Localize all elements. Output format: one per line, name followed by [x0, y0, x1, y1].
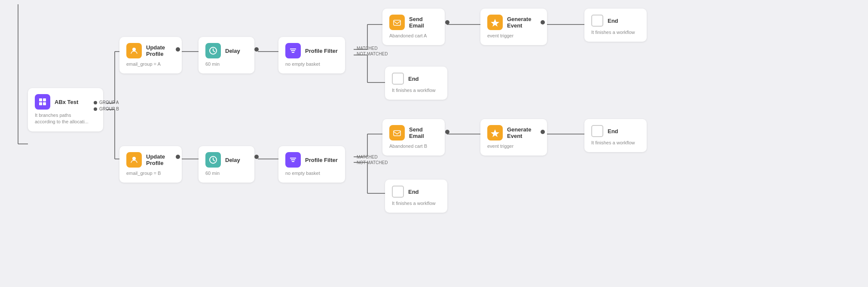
profile-filter-b-title: Profile Filter	[305, 157, 338, 163]
update-profile-a-icon	[126, 43, 142, 58]
update-profile-b-node[interactable]: Update Profile email_group = B	[119, 146, 182, 183]
send-email-a-node[interactable]: Send Email Abandoned cart A	[382, 9, 445, 45]
profile-filter-b-icon	[285, 152, 301, 168]
generate-event-a-title: Generate Event	[507, 16, 540, 29]
abx-title: ABx Test	[55, 99, 78, 105]
end-not-matched-a-subtitle: It finishes a workflow	[392, 87, 440, 94]
generate-event-b-node[interactable]: Generate Event event trigger	[480, 119, 547, 156]
end-not-matched-b-node[interactable]: End It finishes a workflow	[385, 180, 447, 213]
update-profile-a-subtitle: email_group = A	[126, 61, 175, 67]
end-b-title: End	[608, 128, 618, 134]
profile-filter-a-subtitle: no empty basket	[285, 61, 338, 67]
send-email-a-title: Send Email	[409, 16, 438, 29]
send-email-a-icon	[389, 15, 405, 30]
svg-line-44	[213, 160, 215, 161]
end-a-subtitle: It finishes a workflow	[591, 29, 640, 36]
svg-rect-30	[39, 102, 42, 105]
group-a-label: GROUP A	[94, 100, 119, 105]
generate-event-a-node[interactable]: Generate Event event trigger	[480, 9, 547, 45]
profile-filter-a-title: Profile Filter	[305, 48, 338, 54]
delay-b-node[interactable]: Delay 60 min	[199, 146, 254, 183]
svg-marker-40	[491, 19, 499, 27]
svg-line-35	[213, 51, 215, 52]
send-email-a-subtitle: Abandoned cart A	[389, 33, 438, 39]
delay-a-node[interactable]: Delay 60 min	[199, 37, 254, 73]
svg-rect-31	[43, 102, 46, 105]
abx-subtitle: It branches pathsaccording to the alloca…	[35, 112, 96, 125]
delay-a-subtitle: 60 min	[205, 61, 248, 67]
svg-rect-29	[43, 98, 46, 101]
delay-a-title: Delay	[225, 48, 240, 54]
connector-dot-up-b	[176, 155, 180, 159]
svg-marker-49	[491, 129, 499, 137]
update-profile-a-title: Update Profile	[146, 44, 175, 57]
delay-b-icon	[205, 152, 221, 168]
delay-b-title: Delay	[225, 157, 240, 163]
send-email-b-icon	[389, 125, 405, 140]
svg-point-32	[132, 48, 136, 51]
end-b-node[interactable]: End It finishes a workflow	[584, 119, 647, 152]
send-email-b-title: Send Email	[409, 126, 438, 139]
svg-point-41	[132, 157, 136, 160]
connector-dot-up-a	[176, 47, 180, 52]
end-not-matched-a-title: End	[408, 76, 419, 82]
abx-test-node[interactable]: ABx Test It branches pathsaccording to t…	[28, 88, 103, 131]
matched-a-label: MATCHED	[357, 46, 378, 51]
update-profile-b-title: Update Profile	[146, 153, 175, 166]
generate-event-a-icon	[487, 15, 503, 30]
update-profile-b-subtitle: email_group = B	[126, 170, 175, 177]
update-profile-a-node[interactable]: Update Profile email_group = A	[119, 37, 182, 73]
svg-rect-48	[394, 131, 400, 136]
profile-filter-a-node[interactable]: Profile Filter no empty basket	[278, 37, 345, 73]
not-matched-b-label: NOT MATCHED	[357, 160, 388, 165]
end-b-icon	[591, 125, 603, 137]
connector-dot-send-b	[445, 130, 449, 134]
end-not-matched-b-subtitle: It finishes a workflow	[392, 200, 440, 207]
send-email-b-subtitle: Abandoned cart B	[389, 143, 438, 150]
svg-rect-39	[394, 20, 400, 25]
update-profile-b-icon	[126, 152, 142, 168]
connector-dot-send-a	[445, 20, 449, 24]
not-matched-a-label: NOT MATCHED	[357, 52, 388, 56]
end-not-matched-b-title: End	[408, 189, 419, 195]
svg-rect-28	[39, 98, 42, 101]
generate-event-b-subtitle: event trigger	[487, 143, 540, 150]
group-b-label: GROUP B	[94, 107, 119, 111]
connector-dot-delay-a	[254, 47, 259, 52]
connector-dot-delay-b	[254, 155, 259, 159]
delay-a-icon	[205, 43, 221, 58]
end-not-matched-a-icon	[392, 73, 404, 85]
generate-event-a-subtitle: event trigger	[487, 33, 540, 39]
end-a-node[interactable]: End It finishes a workflow	[584, 9, 647, 42]
generate-event-b-icon	[487, 125, 503, 140]
generate-event-b-title: Generate Event	[507, 126, 540, 139]
matched-b-label: MATCHED	[357, 155, 378, 159]
send-email-b-node[interactable]: Send Email Abandoned cart B	[382, 119, 445, 156]
profile-filter-b-subtitle: no empty basket	[285, 170, 338, 177]
end-a-title: End	[608, 18, 618, 24]
profile-filter-a-icon	[285, 43, 301, 58]
end-not-matched-b-icon	[392, 186, 404, 198]
profile-filter-b-node[interactable]: Profile Filter no empty basket	[278, 146, 345, 183]
connector-dot-gen-a	[541, 20, 545, 24]
end-b-subtitle: It finishes a workflow	[591, 140, 640, 146]
end-a-icon	[591, 15, 603, 27]
abx-icon	[35, 94, 50, 110]
end-not-matched-a-node[interactable]: End It finishes a workflow	[385, 67, 447, 100]
delay-b-subtitle: 60 min	[205, 170, 248, 177]
connector-dot-gen-b	[541, 130, 545, 134]
